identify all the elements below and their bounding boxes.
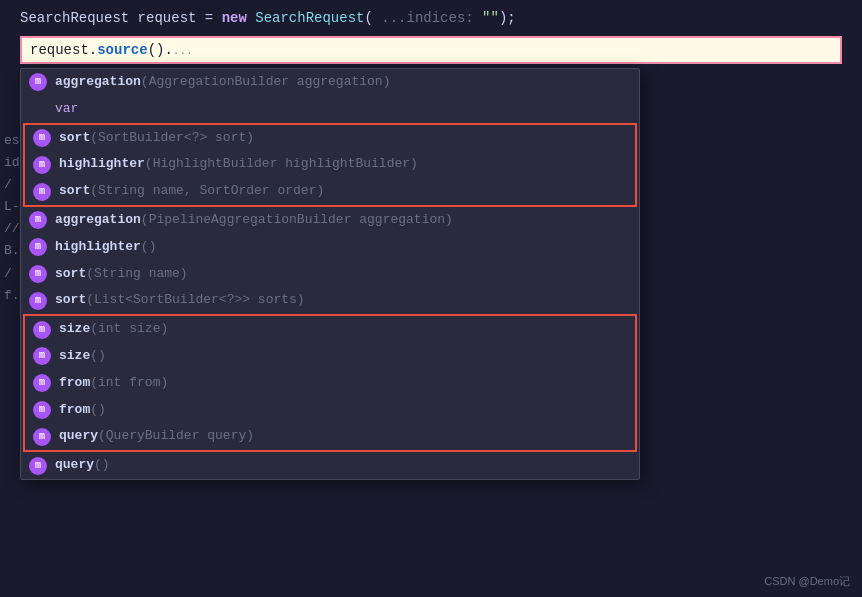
ac-method-aggregation-2: aggregation(PipelineAggregationBuilder a… bbox=[55, 210, 453, 231]
ac-icon-m-query2: m bbox=[29, 457, 47, 475]
ac-icon-m-query1: m bbox=[33, 428, 51, 446]
ac-item-var[interactable]: var bbox=[21, 96, 639, 123]
ac-item-size-1[interactable]: m size(int size) bbox=[25, 316, 635, 343]
ac-method-from-2: from() bbox=[59, 400, 106, 421]
autocomplete-dropdown: m aggregation(AggregationBuilder aggrega… bbox=[20, 68, 640, 480]
ac-item-highlighter-2[interactable]: m highlighter() bbox=[21, 234, 639, 261]
code-new-keyword: new bbox=[222, 10, 247, 26]
current-parens: () bbox=[148, 42, 165, 58]
ac-icon-m-highlighter2: m bbox=[29, 238, 47, 256]
top-code-line: SearchRequest request = new SearchReques… bbox=[20, 10, 516, 26]
code-class-name: SearchRequest bbox=[247, 10, 365, 26]
code-param-hint: ...indices: bbox=[373, 10, 482, 26]
code-string-empty: "" bbox=[482, 10, 499, 26]
current-dot: . bbox=[164, 42, 172, 58]
ac-method-sort-4: sort(List<SortBuilder<?>> sorts) bbox=[55, 290, 305, 311]
screenshot-container: SearchRequest request = new SearchReques… bbox=[0, 0, 862, 597]
current-line-box: request.source().... bbox=[20, 36, 842, 64]
ac-icon-m-sort3: m bbox=[29, 265, 47, 283]
ac-icon-m-sort1: m bbox=[33, 129, 51, 147]
watermark: CSDN @Demo记 bbox=[764, 574, 850, 589]
code-close: ); bbox=[499, 10, 516, 26]
ac-icon-m: m bbox=[29, 73, 47, 91]
ac-item-sort-1[interactable]: m sort(SortBuilder<?> sort) bbox=[25, 125, 635, 152]
ac-method-highlighter-1: highlighter(HighlightBuilder highlightBu… bbox=[59, 154, 418, 175]
ac-item-sort-2[interactable]: m sort(String name, SortOrder order) bbox=[25, 178, 635, 205]
ac-method-from-1: from(int from) bbox=[59, 373, 168, 394]
ac-icon-m-size1: m bbox=[33, 321, 51, 339]
ac-method-aggregation-1: aggregation(AggregationBuilder aggregati… bbox=[55, 72, 390, 93]
ac-method-highlighter-2: highlighter() bbox=[55, 237, 156, 258]
ac-method-size-1: size(int size) bbox=[59, 319, 168, 340]
ac-method-sort-1: sort(SortBuilder<?> sort) bbox=[59, 128, 254, 149]
ac-item-aggregation-1[interactable]: m aggregation(AggregationBuilder aggrega… bbox=[21, 69, 639, 96]
ac-item-aggregation-2[interactable]: m aggregation(PipelineAggregationBuilder… bbox=[21, 207, 639, 234]
ac-icon-m-from1: m bbox=[33, 374, 51, 392]
ac-method-var: var bbox=[55, 99, 78, 120]
ac-item-highlighter-1[interactable]: m highlighter(HighlightBuilder highlight… bbox=[25, 151, 635, 178]
code-paren: ( bbox=[364, 10, 372, 26]
ac-method-size-2: size() bbox=[59, 346, 106, 367]
ac-icon-m-sort2: m bbox=[33, 183, 51, 201]
ac-icon-m-from2: m bbox=[33, 401, 51, 419]
ac-item-from-1[interactable]: m from(int from) bbox=[25, 370, 635, 397]
ac-method-sort-2: sort(String name, SortOrder order) bbox=[59, 181, 324, 202]
ac-icon-m-agg2: m bbox=[29, 211, 47, 229]
ac-icon-m-sort4: m bbox=[29, 292, 47, 310]
ac-icon-m-size2: m bbox=[33, 347, 51, 365]
ac-item-query-2[interactable]: m query() bbox=[21, 452, 639, 479]
red-border-group-2: m size(int size) m size() m from(int fro… bbox=[23, 314, 637, 452]
ac-item-sort-4[interactable]: m sort(List<SortBuilder<?>> sorts) bbox=[21, 287, 639, 314]
ac-item-sort-3[interactable]: m sort(String name) bbox=[21, 261, 639, 288]
red-border-group-1: m sort(SortBuilder<?> sort) m highlighte… bbox=[23, 123, 637, 207]
ac-item-size-2[interactable]: m size() bbox=[25, 343, 635, 370]
ac-icon-m-highlighter1: m bbox=[33, 156, 51, 174]
ac-method-query-1: query(QueryBuilder query) bbox=[59, 426, 254, 447]
ac-method-query-2: query() bbox=[55, 455, 110, 476]
ac-item-query-1[interactable]: m query(QueryBuilder query) bbox=[25, 423, 635, 450]
current-method: source bbox=[97, 42, 147, 58]
cursor-indicator: ... bbox=[173, 45, 193, 57]
ac-method-sort-3: sort(String name) bbox=[55, 264, 188, 285]
ac-item-from-2[interactable]: m from() bbox=[25, 397, 635, 424]
code-searchrequest-var: SearchRequest request = bbox=[20, 10, 222, 26]
current-line-text: request. bbox=[30, 42, 97, 58]
